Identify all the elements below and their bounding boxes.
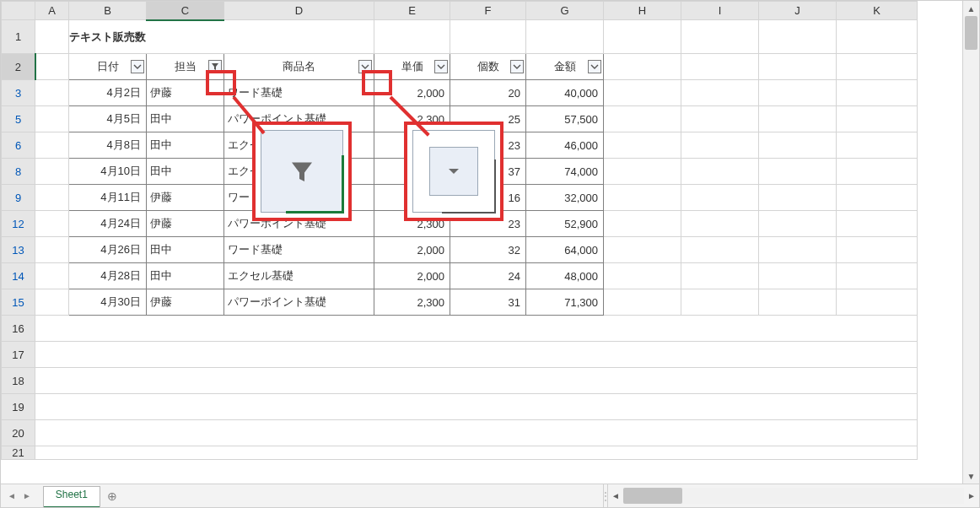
cell[interactable]	[681, 132, 759, 159]
row-header[interactable]: 16	[2, 316, 35, 342]
cell-amount[interactable]: 32,000	[526, 185, 604, 211]
cell[interactable]	[35, 394, 918, 420]
cell[interactable]	[681, 289, 759, 316]
cell[interactable]	[759, 263, 837, 289]
scroll-thumb[interactable]	[965, 16, 977, 50]
cell-qty[interactable]: 24	[450, 263, 526, 289]
scroll-track[interactable]	[623, 488, 964, 504]
cell[interactable]	[35, 106, 69, 132]
header-amount[interactable]: 金額	[526, 54, 604, 80]
cell[interactable]	[681, 106, 759, 132]
header-date[interactable]: 日付	[69, 54, 147, 80]
cell-person[interactable]: 田中	[147, 106, 224, 132]
cell-amount[interactable]: 71,300	[526, 289, 604, 316]
col-g[interactable]: G	[526, 2, 604, 20]
cell[interactable]	[35, 289, 69, 316]
cell-amount[interactable]: 40,000	[526, 80, 604, 106]
cell[interactable]	[837, 106, 918, 132]
cell[interactable]	[681, 211, 759, 237]
cell[interactable]	[681, 263, 759, 289]
cell[interactable]	[35, 211, 69, 237]
cell-product[interactable]: ワード基礎	[224, 80, 374, 106]
cell[interactable]	[759, 289, 837, 316]
cell[interactable]	[759, 185, 837, 211]
cell-j1[interactable]	[759, 20, 837, 54]
cell-j2[interactable]	[759, 54, 837, 80]
cell[interactable]	[35, 185, 69, 211]
col-b[interactable]: B	[69, 2, 147, 20]
cell-qty[interactable]: 20	[450, 80, 526, 106]
cell-person[interactable]: 田中	[147, 263, 224, 289]
row-header[interactable]: 14	[2, 263, 35, 289]
cell-person[interactable]: 伊藤	[147, 185, 224, 211]
row-header[interactable]: 18	[2, 368, 35, 394]
col-e[interactable]: E	[374, 2, 450, 20]
cell-price[interactable]: 2,000	[374, 237, 450, 263]
cell-product[interactable]: パワーポイント基礎	[224, 289, 374, 316]
vertical-scrollbar[interactable]: ▲ ▼	[962, 1, 979, 484]
row-header[interactable]: 3	[2, 80, 35, 106]
cell[interactable]	[759, 80, 837, 106]
spreadsheet-grid[interactable]: A B C D E F G H I J K 1 テキスト販売数	[1, 1, 918, 460]
cell[interactable]	[35, 420, 918, 446]
cell[interactable]	[681, 80, 759, 106]
filter-button-date[interactable]	[131, 60, 144, 73]
cell[interactable]	[35, 159, 69, 185]
cell[interactable]	[35, 342, 918, 368]
cell[interactable]	[759, 106, 837, 132]
row-header[interactable]: 13	[2, 237, 35, 263]
cell[interactable]	[35, 80, 69, 106]
cell[interactable]	[604, 289, 681, 316]
cell-h2[interactable]	[604, 54, 681, 80]
cell-a1[interactable]	[35, 20, 69, 54]
cell[interactable]	[35, 446, 918, 460]
cell-person[interactable]: 田中	[147, 132, 224, 159]
row-header[interactable]: 8	[2, 159, 35, 185]
row-header-1[interactable]: 1	[2, 20, 35, 54]
cell-amount[interactable]: 48,000	[526, 263, 604, 289]
cell-price[interactable]: 2,000	[374, 263, 450, 289]
col-i[interactable]: I	[681, 2, 759, 20]
cell[interactable]	[837, 211, 918, 237]
cell[interactable]	[837, 80, 918, 106]
tab-prev-button[interactable]: ◄	[4, 491, 19, 500]
cell[interactable]	[681, 185, 759, 211]
cell-a2[interactable]	[35, 54, 69, 80]
col-c[interactable]: C	[147, 2, 224, 20]
title-cell[interactable]: テキスト販売数	[69, 20, 374, 54]
filter-button-qty[interactable]	[510, 60, 524, 73]
cell-date[interactable]: 4月2日	[69, 80, 147, 106]
row-header[interactable]: 21	[2, 446, 35, 460]
add-sheet-button[interactable]: ⊕	[100, 484, 124, 507]
cell-person[interactable]: 伊藤	[147, 289, 224, 316]
cell-amount[interactable]: 46,000	[526, 132, 604, 159]
cell[interactable]	[35, 263, 69, 289]
col-j[interactable]: J	[759, 2, 837, 20]
horizontal-scrollbar[interactable]: ◄ ►	[608, 484, 979, 507]
col-h[interactable]: H	[604, 2, 681, 20]
cell[interactable]	[759, 211, 837, 237]
cell-date[interactable]: 4月11日	[69, 185, 147, 211]
cell[interactable]	[604, 132, 681, 159]
col-f[interactable]: F	[450, 2, 526, 20]
row-header[interactable]: 15	[2, 289, 35, 316]
cell-i1[interactable]	[681, 20, 759, 54]
cell[interactable]	[837, 263, 918, 289]
col-k[interactable]: K	[837, 2, 918, 20]
cell-date[interactable]: 4月24日	[69, 211, 147, 237]
scroll-thumb[interactable]	[623, 488, 682, 504]
filter-button-price[interactable]	[434, 60, 448, 73]
scroll-down-button[interactable]: ▼	[963, 468, 979, 484]
row-header[interactable]: 5	[2, 106, 35, 132]
scroll-right-button[interactable]: ►	[964, 484, 979, 507]
select-all-corner[interactable]	[2, 2, 35, 20]
cell[interactable]	[604, 159, 681, 185]
cell[interactable]	[681, 159, 759, 185]
cell[interactable]	[604, 211, 681, 237]
cell[interactable]	[759, 237, 837, 263]
col-a[interactable]: A	[35, 2, 69, 20]
cell[interactable]	[837, 185, 918, 211]
cell-qty[interactable]: 31	[450, 289, 526, 316]
cell-date[interactable]: 4月28日	[69, 263, 147, 289]
cell[interactable]	[759, 159, 837, 185]
